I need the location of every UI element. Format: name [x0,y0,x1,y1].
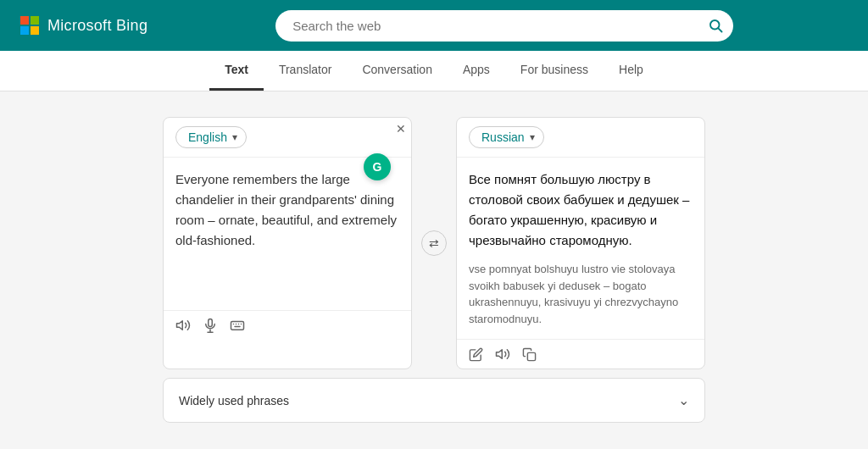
target-lang-label: Russian [481,130,525,144]
translator-container: English ▾ G ✕ Everyone remembers the lar… [163,117,705,423]
svg-rect-3 [209,319,213,327]
search-bar [275,10,733,42]
target-lang-chevron-icon: ▾ [530,131,535,143]
svg-rect-8 [527,352,535,360]
translation-panels: English ▾ G ✕ Everyone remembers the lar… [163,117,705,369]
nav-item-text[interactable]: Text [209,51,264,91]
logo-area: Microsoft Bing [20,16,147,35]
target-panel-body: Все помнят большую люстру в столовой сво… [457,158,704,339]
source-panel: English ▾ G ✕ Everyone remembers the lar… [163,117,412,369]
source-panel-footer [164,310,411,340]
close-button[interactable]: ✕ [396,123,406,135]
source-panel-header: English ▾ [164,118,411,158]
nav-item-for-business[interactable]: For business [505,51,604,91]
transliteration-text: vse pomnyat bolshuyu lustro vie stolovay… [469,261,693,327]
target-panel: Russian ▾ Все помнят большую люстру в ст… [456,117,705,369]
site-title: Microsoft Bing [47,17,147,35]
phrases-bar[interactable]: Widely used phrases ⌄ [163,378,705,423]
target-lang-selector[interactable]: Russian ▾ [469,126,544,148]
phrases-chevron-icon: ⌄ [678,392,689,408]
source-panel-body: Everyone remembers the large chandelier … [164,158,411,310]
grammarly-badge: G [364,153,391,180]
source-text: Everyone remembers the large chandelier … [175,169,399,251]
source-lang-label: English [188,130,227,144]
nav-item-translator[interactable]: Translator [264,51,348,91]
swap-area: ⇄ [419,117,449,369]
search-button[interactable] [708,18,723,33]
target-panel-footer [457,339,704,369]
main-content: English ▾ G ✕ Everyone remembers the lar… [0,91,868,448]
target-copy-icon[interactable] [522,347,537,362]
microsoft-logo-icon [20,16,39,35]
target-edit-icon[interactable] [469,347,483,362]
swap-button[interactable]: ⇄ [421,230,447,256]
svg-marker-7 [497,350,503,359]
source-lang-selector[interactable]: English ▾ [175,126,247,148]
target-speaker-icon[interactable] [495,346,510,362]
target-panel-header: Russian ▾ [457,118,704,158]
header: Microsoft Bing [0,0,868,51]
search-input[interactable] [275,10,733,42]
source-lang-chevron-icon: ▾ [232,131,237,143]
nav-item-help[interactable]: Help [604,51,659,91]
svg-marker-2 [177,321,183,330]
source-mic-icon[interactable] [203,318,218,333]
nav-bar: Text Translator Conversation Apps For bu… [0,51,868,91]
svg-rect-6 [231,322,244,330]
nav-item-conversation[interactable]: Conversation [347,51,448,91]
translated-text: Все помнят большую люстру в столовой сво… [469,169,693,251]
svg-line-1 [719,28,722,31]
phrases-label: Widely used phrases [179,394,289,407]
source-keyboard-icon[interactable] [230,318,245,333]
nav-item-apps[interactable]: Apps [448,51,505,91]
source-speaker-icon[interactable] [175,318,191,333]
